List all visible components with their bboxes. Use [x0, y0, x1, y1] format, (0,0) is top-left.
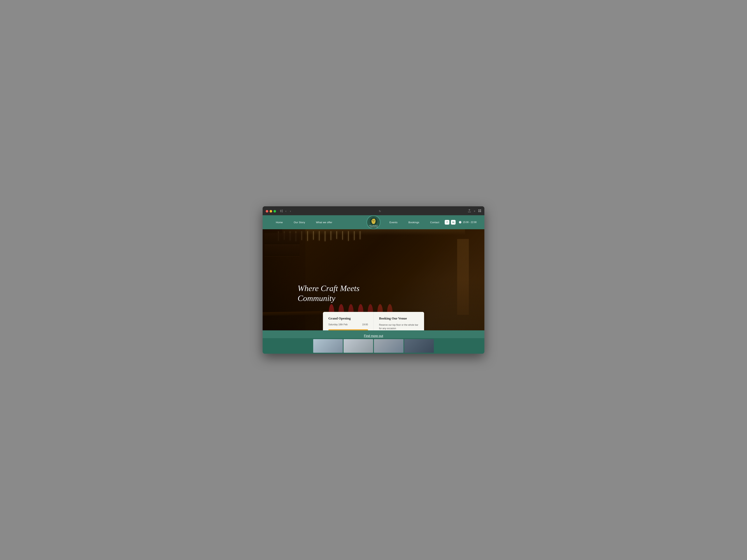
refresh-button[interactable]: ↻ [379, 210, 381, 213]
svg-rect-3 [282, 212, 283, 212]
nav-hours: 🕒 15:00 - 22:00 [459, 221, 476, 223]
close-button[interactable] [266, 210, 268, 213]
nav-what-we-offer[interactable]: What we offer [310, 221, 338, 224]
navbar: Home Our Story What we offer [263, 215, 484, 229]
svg-point-10 [374, 220, 375, 221]
minimize-button[interactable] [269, 210, 272, 213]
grand-opening-card: Grand Opening Saturday 18th Feb 19:00 Vi… [323, 312, 374, 330]
svg-rect-0 [280, 210, 281, 212]
hours-text: 15:00 - 22:00 [463, 221, 476, 223]
add-tab-button[interactable]: + [474, 209, 475, 213]
view-more-details-button[interactable]: View more details [328, 329, 368, 330]
svg-rect-2 [282, 211, 283, 211]
nav-social-icons: f in [445, 220, 456, 224]
gallery-thumb-4[interactable] [404, 339, 434, 353]
gallery-thumb-2[interactable] [343, 339, 373, 353]
event-date: Saturday 18th Feb [328, 323, 347, 326]
gallery-thumb-1[interactable] [313, 339, 343, 353]
svg-rect-5 [480, 209, 481, 211]
traffic-lights [266, 210, 276, 213]
logo-text-labrador: LABRADOR [369, 226, 378, 228]
nav-bookings[interactable]: Bookings [403, 221, 424, 224]
browser-window: ‹ › ↻ + [263, 206, 484, 354]
clock-icon: 🕒 [459, 221, 462, 223]
website-content: Home Our Story What we offer [263, 215, 484, 354]
sidebar-toggle-button[interactable] [280, 209, 283, 213]
nav-contact[interactable]: Contact [424, 221, 445, 224]
browser-navigation-controls: ‹ › [280, 209, 292, 213]
logo-circle: THE WONKY LABRADOR [366, 215, 381, 229]
share-button[interactable] [468, 209, 471, 213]
event-details-row: Saturday 18th Feb 19:00 [328, 323, 368, 326]
gallery-strip [263, 338, 484, 354]
nav-logo[interactable]: THE WONKY LABRADOR [366, 215, 381, 229]
browser-action-buttons: + [468, 209, 481, 213]
nav-home[interactable]: Home [271, 221, 288, 224]
cards-section: Grand Opening Saturday 18th Feb 19:00 Vi… [323, 312, 424, 330]
address-bar-area: ↻ [294, 210, 465, 213]
booking-description: Reserve our top floor or the whole bar f… [379, 323, 419, 330]
maximize-button[interactable] [274, 210, 276, 213]
nav-our-story[interactable]: Our Story [288, 221, 310, 224]
event-time: 19:00 [362, 323, 368, 326]
find-more-link[interactable]: Find more out [364, 334, 383, 338]
hero-section: Where Craft Meets Community Grand Openin… [263, 229, 484, 330]
svg-rect-1 [282, 210, 283, 210]
hero-title-line2: Community [298, 294, 335, 303]
instagram-icon[interactable]: in [451, 220, 456, 224]
find-more-section: Find more out [263, 330, 484, 338]
bottom-teal-section: Find more out [263, 330, 484, 354]
hero-title-line1: Where Craft Meets [298, 284, 360, 293]
booking-venue-card: Booking Our Venue Reserve our top floor … [374, 312, 424, 330]
nav-links-left: Home Our Story What we offer [271, 221, 374, 224]
nav-events[interactable]: Events [384, 221, 403, 224]
svg-rect-7 [480, 211, 481, 212]
grid-view-button[interactable] [478, 209, 481, 213]
booking-title: Booking Our Venue [379, 317, 419, 320]
hero-content: Where Craft Meets Community [298, 284, 360, 303]
browser-chrome: ‹ › ↻ + [263, 206, 484, 215]
gallery-thumb-3[interactable] [374, 339, 404, 353]
nav-links-right: Events Bookings Contact f in 🕒 15:00 - 2… [374, 220, 476, 224]
svg-rect-4 [478, 209, 480, 211]
svg-rect-6 [478, 211, 480, 212]
hero-title: Where Craft Meets Community [298, 284, 360, 303]
grand-opening-title: Grand Opening [328, 317, 368, 320]
back-button[interactable]: ‹ [284, 209, 287, 213]
svg-point-9 [373, 220, 373, 221]
forward-button[interactable]: › [289, 209, 292, 213]
facebook-icon[interactable]: f [445, 220, 449, 224]
